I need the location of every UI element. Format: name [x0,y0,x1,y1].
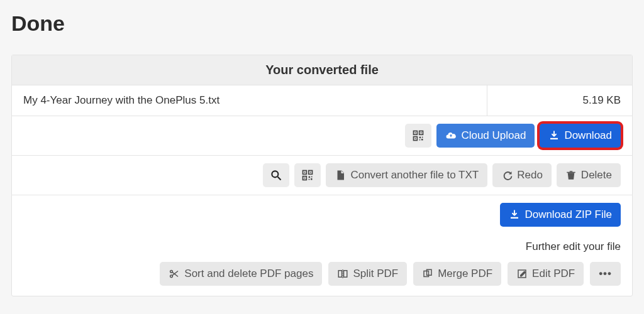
search-button[interactable] [263,163,289,187]
sort-delete-pages-button[interactable]: Sort and delete PDF pages [160,262,322,286]
download-zip-button[interactable]: Download ZIP File [500,203,621,227]
converted-file-card: Your converted file My 4-Year Journey wi… [11,55,633,296]
zip-row: Download ZIP File [12,195,632,234]
svg-rect-19 [311,178,313,180]
edit-pdf-button[interactable]: Edit PDF [508,262,584,286]
svg-line-11 [278,177,281,180]
primary-actions-row: Cloud Upload Download [12,116,632,156]
pdf-tools-row: Sort and delete PDF pages Split PDF Merg… [12,256,632,296]
file-icon [335,170,346,181]
svg-rect-18 [309,176,311,178]
download-label: Download [564,129,612,142]
svg-rect-5 [415,138,416,139]
svg-rect-27 [344,271,347,278]
split-label: Split PDF [353,268,398,280]
svg-rect-6 [419,137,421,139]
svg-rect-4 [421,133,422,134]
svg-rect-7 [421,139,423,141]
redo-label: Redo [517,169,543,181]
convert-another-label: Convert another file to TXT [350,169,479,181]
redo-button[interactable]: Redo [492,163,552,187]
svg-rect-26 [339,271,342,278]
redo-icon [501,170,513,181]
page-title: Done [11,11,633,36]
merge-label: Merge PDF [438,268,492,280]
download-icon [548,130,560,141]
edit-label: Edit PDF [532,268,575,280]
card-header: Your converted file [12,55,632,85]
cloud-upload-label: Cloud Upload [461,129,526,142]
further-edit-label: Further edit your file [12,234,632,256]
merge-icon [422,268,433,279]
merge-pdf-button[interactable]: Merge PDF [413,262,501,286]
svg-rect-21 [311,176,313,178]
edit-icon [516,268,528,279]
file-size: 5.19 KB [487,85,632,116]
convert-another-button[interactable]: Convert another file to TXT [326,163,487,187]
svg-rect-17 [304,178,306,179]
secondary-actions-row: Convert another file to TXT Redo Delete [12,156,632,195]
cloud-upload-button[interactable]: Cloud Upload [436,124,535,148]
qr-icon [412,129,425,142]
svg-rect-8 [419,139,421,141]
svg-rect-3 [415,133,416,134]
ellipsis-icon: ••• [599,268,612,280]
cloud-upload-icon [445,130,457,141]
svg-point-22 [170,270,173,273]
more-tools-button[interactable]: ••• [590,262,621,286]
svg-rect-15 [304,172,306,173]
delete-label: Delete [581,169,612,181]
split-pdf-button[interactable]: Split PDF [328,262,407,286]
file-row: My 4-Year Journey with the OnePlus 5.txt… [12,85,632,116]
download-zip-label: Download ZIP File [525,208,612,221]
scissors-icon [169,268,180,279]
sort-delete-label: Sort and delete PDF pages [184,268,313,280]
download-icon [509,209,520,220]
svg-rect-9 [422,137,423,138]
svg-point-10 [272,171,279,177]
qr-code-button-2[interactable] [294,163,321,187]
delete-button[interactable]: Delete [557,163,621,187]
svg-rect-16 [310,172,311,173]
split-icon [337,268,348,279]
file-name: My 4-Year Journey with the OnePlus 5.txt [12,85,487,116]
search-icon [270,169,282,181]
svg-point-23 [170,275,173,278]
qr-icon [301,169,314,181]
svg-rect-20 [309,179,310,180]
qr-code-button[interactable] [405,124,431,148]
download-button[interactable]: Download [540,124,621,148]
trash-icon [565,170,577,181]
